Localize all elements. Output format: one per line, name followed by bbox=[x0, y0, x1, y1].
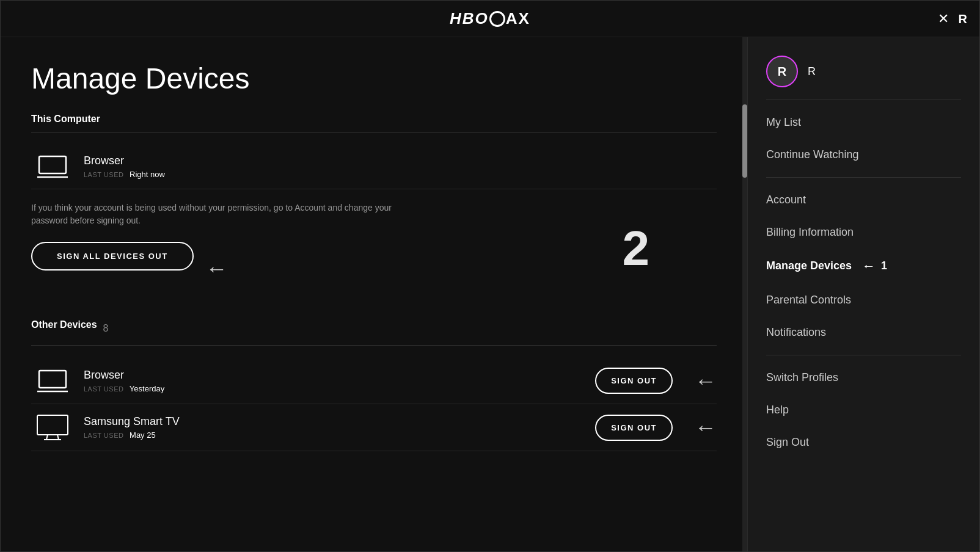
annotation-number-1: 1 bbox=[881, 260, 887, 272]
other-browser-info: Browser LAST USED Yesterday bbox=[84, 369, 595, 393]
sidebar-item-account[interactable]: Account bbox=[748, 184, 979, 216]
tv-svg bbox=[35, 414, 70, 441]
sidebar-item-help[interactable]: Help bbox=[748, 394, 979, 426]
samsung-tv-info: Samsung Smart TV LAST USED May 25 bbox=[84, 415, 595, 440]
other-browser-last-used-label: LAST USED bbox=[84, 385, 123, 393]
samsung-tv-last-used: LAST USED May 25 bbox=[84, 430, 595, 440]
svg-rect-0 bbox=[39, 156, 66, 173]
header-profile-letter[interactable]: R bbox=[959, 12, 967, 26]
sidebar-item-my-list[interactable]: My List bbox=[748, 106, 979, 139]
sidebar: R R My List Continue Watching Account bbox=[747, 37, 979, 551]
sidebar-item-notifications[interactable]: Notifications bbox=[748, 316, 979, 349]
this-computer-device-info: Browser LAST USED Right now bbox=[84, 154, 717, 179]
other-laptop-svg bbox=[37, 369, 68, 393]
this-computer-device-row: Browser LAST USED Right now bbox=[31, 145, 717, 189]
this-computer-last-used: LAST USED Right now bbox=[84, 170, 717, 179]
sidebar-sign-out-label: Sign Out bbox=[766, 436, 961, 449]
sidebar-group-2: Account Billing Information Manage Devic… bbox=[748, 184, 979, 349]
svg-line-8 bbox=[57, 435, 59, 440]
other-browser-name: Browser bbox=[84, 369, 595, 382]
other-browser-sign-out-button[interactable]: SIGN OUT bbox=[595, 368, 673, 394]
last-used-label: LAST USED bbox=[84, 171, 123, 178]
scrollbar-track[interactable] bbox=[742, 37, 747, 551]
permission-notice: If you think your account is being used … bbox=[31, 202, 398, 227]
sidebar-item-switch-profiles[interactable]: Switch Profiles bbox=[748, 361, 979, 394]
app-logo: HBOax bbox=[450, 9, 530, 28]
close-button[interactable]: ✕ bbox=[938, 12, 949, 26]
samsung-tv-last-used-label: LAST USED bbox=[84, 432, 123, 439]
samsung-tv-sign-out-button[interactable]: SIGN OUT bbox=[595, 415, 673, 441]
sidebar-item-continue-watching[interactable]: Continue Watching bbox=[748, 139, 979, 171]
svg-rect-3 bbox=[39, 371, 66, 388]
samsung-tv-icon bbox=[31, 414, 74, 441]
profile-name: R bbox=[808, 65, 816, 78]
other-browser-last-used: LAST USED Yesterday bbox=[84, 384, 595, 393]
this-computer-device-name: Browser bbox=[84, 154, 717, 167]
sign-all-devices-button[interactable]: SIGN ALL DEVICES OUT bbox=[31, 242, 194, 271]
sidebar-item-parental-controls[interactable]: Parental Controls bbox=[748, 284, 979, 316]
this-computer-section: This Computer Browser bbox=[31, 114, 717, 295]
sidebar-switch-profiles-label: Switch Profiles bbox=[766, 371, 961, 384]
browser-icon bbox=[31, 155, 74, 178]
sidebar-divider-2 bbox=[766, 177, 961, 178]
svg-line-7 bbox=[46, 435, 48, 440]
sidebar-manage-devices-label: Manage Devices ← 1 bbox=[766, 258, 961, 274]
sidebar-notifications-label: Notifications bbox=[766, 326, 961, 339]
content-area: Manage Devices This Computer bbox=[1, 37, 747, 476]
samsung-tv-arrow: ← bbox=[695, 415, 717, 440]
header-controls: ✕ R bbox=[938, 12, 967, 26]
content-wrapper: Manage Devices This Computer bbox=[1, 37, 747, 551]
other-devices-count: 8 bbox=[103, 323, 109, 334]
header: HBOax ✕ R bbox=[1, 1, 979, 37]
sidebar-parental-controls-label: Parental Controls bbox=[766, 294, 961, 307]
avatar: R bbox=[766, 56, 798, 87]
other-browser-last-used-value: Yesterday bbox=[130, 384, 164, 393]
sidebar-manage-devices-arrow: ← bbox=[862, 258, 876, 274]
other-browser-arrow: ← bbox=[695, 368, 717, 394]
sidebar-divider-1 bbox=[766, 100, 961, 100]
other-devices-section: Other Devices 8 bbox=[31, 319, 717, 451]
svg-rect-6 bbox=[37, 415, 68, 435]
sidebar-divider-3 bbox=[766, 355, 961, 355]
sidebar-my-list-label: My List bbox=[766, 116, 961, 129]
sidebar-item-manage-devices[interactable]: Manage Devices ← 1 bbox=[748, 249, 979, 284]
laptop-svg bbox=[37, 155, 68, 178]
samsung-tv-last-used-value: May 25 bbox=[130, 430, 156, 440]
other-device-row-1: Samsung Smart TV LAST USED May 25 SIGN O… bbox=[31, 404, 717, 451]
last-used-value: Right now bbox=[130, 170, 165, 179]
main-layout: Manage Devices This Computer bbox=[1, 37, 979, 551]
other-devices-label: Other Devices bbox=[31, 319, 97, 330]
other-device-row-0: Browser LAST USED Yesterday SIGN OUT ← bbox=[31, 358, 717, 404]
page-title: Manage Devices bbox=[31, 62, 717, 95]
other-browser-icon bbox=[31, 369, 74, 393]
this-computer-label: This Computer bbox=[31, 114, 717, 125]
sidebar-continue-watching-label: Continue Watching bbox=[766, 148, 961, 161]
scrollbar-thumb[interactable] bbox=[742, 104, 747, 178]
app-window: HBOax ✕ R Manage Devices This Computer bbox=[0, 0, 980, 552]
samsung-tv-name: Samsung Smart TV bbox=[84, 415, 595, 428]
sidebar-account-label: Account bbox=[766, 194, 961, 206]
this-computer-divider bbox=[31, 132, 717, 133]
other-devices-header: Other Devices 8 bbox=[31, 319, 717, 338]
sidebar-group-3: Switch Profiles Help Sign Out bbox=[748, 361, 979, 459]
sidebar-billing-label: Billing Information bbox=[766, 226, 961, 239]
other-devices-divider bbox=[31, 345, 717, 346]
sidebar-help-label: Help bbox=[766, 404, 961, 416]
sidebar-group-1: My List Continue Watching bbox=[748, 106, 979, 171]
sidebar-profile[interactable]: R R bbox=[748, 37, 979, 100]
sidebar-item-billing[interactable]: Billing Information bbox=[748, 216, 979, 249]
sign-all-arrow: ← bbox=[206, 256, 228, 281]
sidebar-item-sign-out[interactable]: Sign Out bbox=[748, 426, 979, 459]
